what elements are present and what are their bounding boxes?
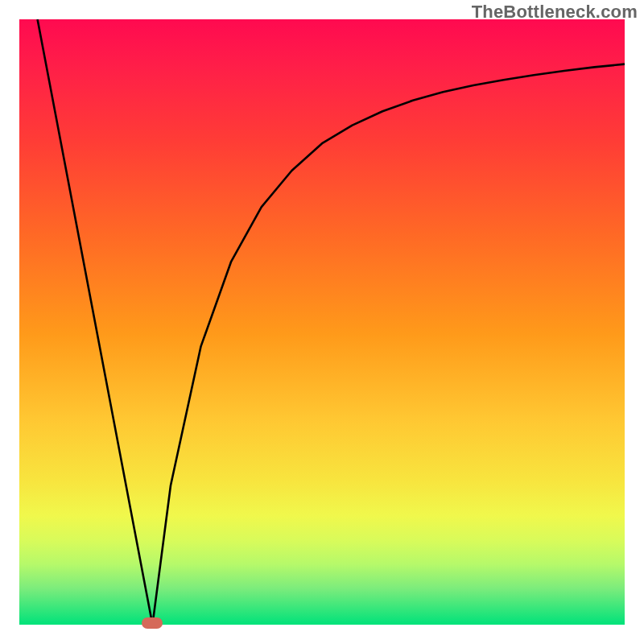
plot-frame <box>19 19 625 625</box>
minimum-marker <box>142 617 163 629</box>
watermark-text: TheBottleneck.com <box>472 2 638 23</box>
curve-path <box>38 19 625 625</box>
bottleneck-curve <box>19 19 625 625</box>
